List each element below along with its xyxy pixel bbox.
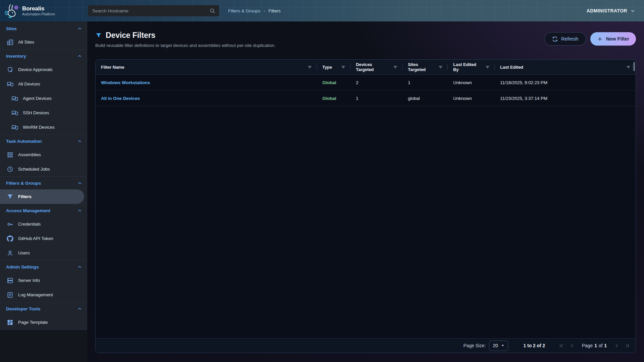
sidebar-item-device-approvals[interactable]: Device Approvals [0,62,87,77]
section-header-filters-groups[interactable]: Filters & Groups [0,177,87,189]
cell-type: Global [317,96,351,101]
last-page-icon[interactable] [625,343,630,349]
table-header-row: Filter NameTypeDevices TargetedSites Tar… [96,60,636,75]
search-input[interactable] [88,5,219,16]
devices-icon [11,95,18,102]
section-label: Filters & Groups [6,181,41,186]
column-filter-icon [307,65,312,70]
table-row[interactable]: All in One DevicesGlobal1globalUnknown11… [96,90,636,106]
table-footer: Page Size: 20 1 to 2 of 2 [96,338,636,353]
sidebar-item-all-sites[interactable]: All Sites [0,35,87,49]
user-menu[interactable]: ADMINISTRATOR [587,8,635,13]
section-label: Sites [6,26,17,31]
next-page-icon[interactable] [614,343,620,349]
sidebar-item-all-devices[interactable]: All Devices [0,77,87,91]
sidebar-item-server-info[interactable]: Server Info [0,273,87,288]
column-header-last-edited[interactable]: Last Edited [495,60,636,74]
sidebar-item-credentials[interactable]: Credentials [0,217,87,231]
key-icon [7,221,13,228]
section-header-admin-settings[interactable]: Admin Settings [0,260,87,273]
table-scrollbar-thumb[interactable] [634,62,635,71]
building-icon [7,39,13,46]
sidebar-item-label: Users [18,250,30,255]
cell-last-edited: 11/23/2025, 3:37:14 PM [495,96,636,101]
row-range-text: 1 to 2 of 2 [524,343,545,348]
sidebar-item-winrm-devices[interactable]: WinRM Devices [0,120,87,134]
page-size-label: Page Size: [464,343,486,348]
sidebar-item-assemblies[interactable]: Assemblies [0,147,87,162]
brand-text: Borealis Automation Platform [22,5,55,16]
clock-icon [7,166,13,173]
column-filter-icon [341,65,346,70]
new-filter-button-label: New Filter [606,36,629,42]
sidebar-item-users[interactable]: Users [0,246,87,260]
chevron-up-icon [77,54,82,59]
plus-icon [597,36,603,42]
brand-subtitle: Automation Platform [22,12,55,16]
page-title: Device Filters [95,31,275,40]
of-word: of [599,343,602,348]
new-filter-button[interactable]: New Filter [590,32,636,46]
section-header-access-management[interactable]: Access Management [0,204,87,217]
previous-page-icon[interactable] [569,343,575,349]
sidebar-item-log-management[interactable]: Log Management [0,288,87,302]
page-size-select[interactable]: 20 [489,341,508,351]
refresh-button-label: Refresh [561,36,578,42]
select-caret-icon [501,344,504,347]
sidebar-item-github-api-token[interactable]: GitHub API Token [0,231,87,246]
search-icon [209,8,215,14]
sidebar-item-agent-devices[interactable]: Agent Devices [0,91,87,106]
chevron-up-icon [77,139,82,144]
chevron-up-icon [77,264,82,269]
first-page-icon[interactable] [558,343,564,349]
column-header-last-edited-by[interactable]: Last Edited By [448,60,495,74]
section-header-sites[interactable]: Sites [0,22,87,35]
refresh-icon [552,36,558,42]
sidebar-section-admin-settings: Admin SettingsServer InfoLog Management [0,260,87,302]
section-header-task-automation[interactable]: Task Automation [0,135,87,147]
column-header-filter-name[interactable]: Filter Name [96,60,317,74]
sidebar-section-sites: SitesAll Sites [0,22,87,50]
table-row[interactable]: Windows WorkstationsGlobal21Unknown11/18… [96,75,636,90]
devices-icon [11,110,18,116]
sidebar-item-label: Server Info [18,278,40,283]
section-label: Inventory [6,54,26,59]
column-header-sites-targeted[interactable]: Sites Targeted [402,60,448,74]
cell-last-edited-by: Unknown [448,80,495,85]
user-menu-label: ADMINISTRATOR [587,8,627,13]
cell-last-edited-by: Unknown [448,96,495,101]
column-header-label: Devices Targeted [356,62,390,72]
page-subtitle: Build reusable filter definitions to tar… [95,43,275,48]
section-label: Task Automation [6,139,42,144]
section-header-developer-tools[interactable]: Developer Tools [0,302,87,315]
sidebar-item-label: Page Template [18,320,48,325]
page-title-text: Device Filters [106,31,155,40]
page-header: Device Filters Build reusable filter def… [95,31,636,48]
sidebar-item-label: WinRM Devices [23,125,55,130]
cell-filter-name[interactable]: Windows Workstations [96,80,317,85]
sidebar-item-label: Credentials [18,222,41,227]
breadcrumb-filters-groups[interactable]: Filters & Groups [228,8,260,13]
sidebar-item-ssh-devices[interactable]: SSH Devices [0,106,87,120]
sidebar-item-scheduled-jobs[interactable]: Scheduled Jobs [0,162,87,176]
cell-devices-targeted: 1 [351,96,402,101]
chevron-up-icon [77,181,82,186]
sidebar-nav: SitesAll SitesInventoryDevice ApprovalsA… [0,21,87,330]
sidebar-item-label: All Devices [18,81,40,86]
sidebar-item-filters[interactable]: Filters [0,189,84,204]
cell-type: Global [317,80,351,85]
column-header-devices-targeted[interactable]: Devices Targeted [351,60,402,74]
sidebar-item-page-template[interactable]: Page Template [0,315,87,329]
title-block: Device Filters Build reusable filter def… [95,31,275,48]
section-header-inventory[interactable]: Inventory [0,50,87,62]
pager: Page 1 of 1 [558,343,630,349]
search-hostname [88,5,219,16]
breadcrumb: Filters & Groups › Filters [228,8,280,13]
sidebar-item-label: Filters [18,194,32,199]
github-icon [7,235,13,242]
sidebar-item-label: GitHub API Token [18,236,53,241]
refresh-button[interactable]: Refresh [544,32,586,46]
sidebar-section-inventory: InventoryDevice ApprovalsAll DevicesAgen… [0,50,87,135]
column-header-type[interactable]: Type [317,60,351,74]
cell-filter-name[interactable]: All in One Devices [96,96,317,101]
